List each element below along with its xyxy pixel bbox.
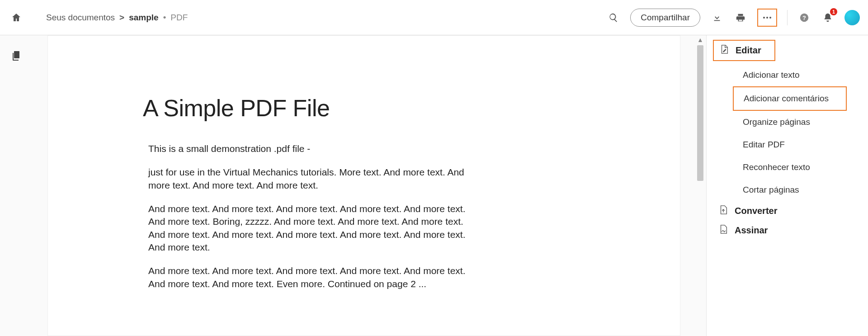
download-icon[interactable] xyxy=(710,11,724,24)
notifications-icon[interactable]: 1 xyxy=(821,11,835,24)
convert-icon xyxy=(718,205,728,217)
convert-section-label: Converter xyxy=(735,206,777,216)
search-icon[interactable] xyxy=(607,11,620,24)
breadcrumb-separator: > xyxy=(119,13,124,23)
home-icon[interactable] xyxy=(9,11,23,24)
svg-point-0 xyxy=(763,17,765,19)
svg-point-2 xyxy=(769,17,771,19)
scroll-up-icon[interactable]: ▲ xyxy=(697,36,703,43)
scrollbar[interactable]: ▲ xyxy=(695,35,706,336)
tool-add-comments[interactable]: Adicionar comentários xyxy=(733,86,847,111)
document-viewport[interactable]: A Simple PDF File This is a small demons… xyxy=(33,35,695,336)
breadcrumb: Seus documentos > sample • PDF xyxy=(46,13,188,23)
app-header: Seus documentos > sample • PDF Compartil… xyxy=(0,0,868,35)
svg-text:?: ? xyxy=(802,14,806,21)
page-title: A Simple PDF File xyxy=(143,95,594,122)
sign-section-label: Assinar xyxy=(735,225,768,236)
edit-section[interactable]: Editar xyxy=(713,40,775,61)
sign-section[interactable]: Assinar xyxy=(713,221,862,240)
header-divider xyxy=(787,10,788,25)
edit-pdf-icon xyxy=(719,44,729,57)
breadcrumb-root[interactable]: Seus documentos xyxy=(46,13,115,23)
page-paragraph: And more text. And more text. And more t… xyxy=(143,203,468,254)
notification-badge: 1 xyxy=(830,8,837,15)
scroll-thumb[interactable] xyxy=(697,45,703,181)
share-button[interactable]: Compartilhar xyxy=(630,9,700,27)
tool-recognize-text[interactable]: Reconhecer texto xyxy=(713,156,862,179)
tool-crop-pages[interactable]: Cortar páginas xyxy=(713,179,862,201)
print-icon[interactable] xyxy=(734,11,747,24)
convert-section[interactable]: Converter xyxy=(713,201,862,221)
tool-edit-pdf[interactable]: Editar PDF xyxy=(713,133,862,156)
pdf-page: A Simple PDF File This is a small demons… xyxy=(47,35,680,336)
breadcrumb-current: sample xyxy=(129,13,158,23)
breadcrumb-ext-sep: • xyxy=(163,13,166,23)
pages-panel-icon[interactable] xyxy=(9,49,23,62)
more-options-button[interactable] xyxy=(757,9,777,27)
tool-add-text[interactable]: Adicionar texto xyxy=(713,64,862,86)
page-paragraph: And more text. And more text. And more t… xyxy=(143,265,468,290)
svg-point-1 xyxy=(766,17,768,19)
page-paragraph: This is a small demonstration .pdf file … xyxy=(143,142,468,155)
sign-icon xyxy=(718,224,728,237)
page-paragraph: just for use in the Virtual Mechanics tu… xyxy=(143,166,468,192)
avatar[interactable] xyxy=(844,10,860,25)
right-tools-panel: Editar Adicionar texto Adicionar comentá… xyxy=(706,35,868,336)
help-icon[interactable]: ? xyxy=(797,11,811,24)
edit-section-label: Editar xyxy=(736,45,761,56)
more-horizontal-icon xyxy=(763,16,772,19)
left-rail xyxy=(0,35,33,336)
breadcrumb-ext: PDF xyxy=(170,13,188,23)
tool-organize-pages[interactable]: Organize páginas xyxy=(713,111,862,133)
